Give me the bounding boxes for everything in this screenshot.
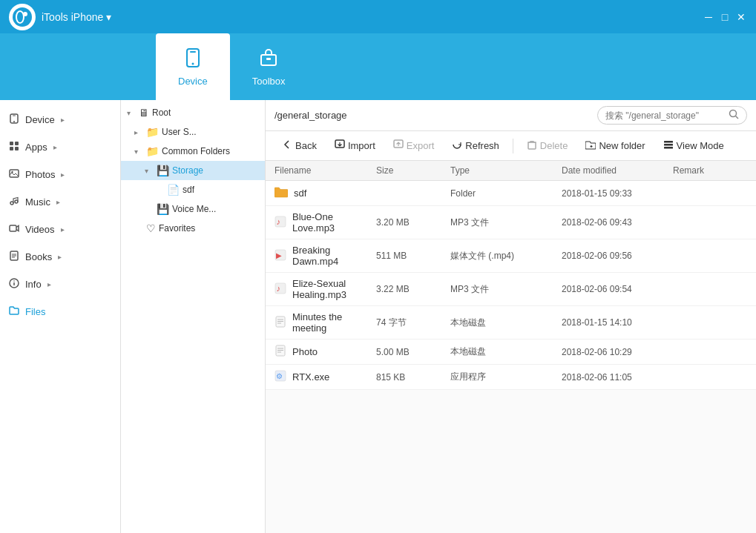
tab-device-label: Device (178, 76, 208, 87)
view-mode-button[interactable]: View Mode (656, 136, 732, 156)
svg-rect-11 (10, 142, 13, 145)
import-icon (335, 139, 345, 152)
sidebar-photos-arrow: ▸ (61, 171, 65, 179)
file-size: 74 字节 (376, 317, 450, 329)
export-button[interactable]: Export (386, 136, 442, 156)
file-type: 本地磁盘 (450, 317, 562, 329)
view-mode-icon (663, 139, 674, 152)
svg-rect-13 (10, 147, 13, 150)
new-folder-icon (585, 139, 596, 152)
table-row[interactable]: Minutes the meeting 74 字节 本地磁盘 2018-01-1… (266, 306, 756, 340)
tree-favorites-icon: ♡ (146, 222, 156, 234)
content-area: /general_storage Back Import (266, 100, 756, 533)
back-button[interactable]: Back (275, 136, 324, 156)
sidebar-item-videos[interactable]: Videos ▸ (0, 216, 120, 243)
file-name-text: Blue-One Love.mp3 (292, 211, 376, 234)
sidebar-videos-arrow: ▸ (61, 225, 65, 234)
device-icon (9, 113, 19, 126)
import-button[interactable]: Import (327, 136, 383, 156)
app-title: iTools iPhone ▾ (42, 11, 111, 23)
tree-item-users[interactable]: ▸ 📁 User S... (121, 122, 265, 142)
file-icon (275, 316, 286, 330)
sidebar-item-files[interactable]: Files (0, 298, 120, 325)
svg-rect-31 (528, 142, 536, 149)
file-type: MP3 文件 (450, 283, 562, 296)
file-size: 511 MB (376, 251, 450, 261)
delete-icon (527, 139, 537, 152)
file-date: 2018-01-15 14:10 (562, 317, 673, 328)
file-icon: ♪ (275, 216, 286, 230)
videos-icon (9, 223, 19, 236)
svg-rect-34 (664, 141, 673, 143)
music-icon (9, 196, 19, 208)
tree-root-arrow: ▾ (127, 109, 136, 117)
table-row[interactable]: sdf Folder 2018-01-15 09:33 (266, 181, 756, 206)
sidebar-item-apps[interactable]: Apps ▸ (0, 133, 120, 161)
tree-common-label: Common Folders (162, 146, 230, 156)
restore-btn[interactable]: □ (719, 11, 731, 23)
sidebar-info-arrow: ▸ (47, 280, 51, 288)
new-folder-button[interactable]: New folder (578, 136, 652, 156)
nav-tabs: Device Toolbox (0, 33, 756, 100)
sidebar-music-label: Music (25, 196, 50, 208)
sidebar-item-books[interactable]: Books ▸ (0, 243, 120, 271)
titlebar: iTools iPhone ▾ ─ □ ✕ (0, 0, 756, 33)
table-row[interactable]: ▶ Breaking Dawn.mp4 511 MB 媒体文件 (.mp4) 2… (266, 239, 756, 273)
tree-storage-arrow: ▾ (145, 167, 154, 175)
svg-text:⚙: ⚙ (276, 372, 283, 380)
sidebar: Device ▸ Apps ▸ Photos ▸ Music ▸ (0, 100, 121, 533)
svg-rect-7 (266, 58, 271, 60)
tree-storage-label: Storage (172, 165, 203, 176)
tab-toolbox[interactable]: Toolbox (230, 33, 308, 100)
svg-point-27 (730, 110, 737, 117)
file-date: 2018-02-06 09:54 (562, 284, 673, 294)
svg-line-28 (736, 116, 739, 119)
tree-item-sdf[interactable]: 📄 sdf (121, 180, 265, 199)
path-bar: /general_storage (266, 100, 756, 131)
tree-voiceme-icon: 💾 (157, 203, 169, 215)
file-size: 5.00 MB (376, 347, 450, 357)
info-icon (9, 278, 19, 291)
table-row[interactable]: ♪ Blue-One Love.mp3 3.20 MB MP3 文件 2018-… (266, 206, 756, 239)
svg-point-26 (13, 280, 15, 282)
sidebar-item-music[interactable]: Music ▸ (0, 188, 120, 216)
search-input[interactable] (605, 110, 724, 121)
tree-voiceme-label: Voice Me... (172, 204, 216, 214)
minimize-btn[interactable]: ─ (703, 11, 714, 23)
refresh-button[interactable]: Refresh (444, 136, 507, 156)
sidebar-item-device[interactable]: Device ▸ (0, 106, 120, 133)
tree-item-voiceme[interactable]: 💾 Voice Me... (121, 199, 265, 219)
tree-sdf-icon: 📄 (167, 184, 180, 196)
svg-text:♪: ♪ (277, 284, 281, 293)
header-date: Date modified (562, 165, 673, 176)
sidebar-device-label: Device (25, 114, 55, 125)
svg-point-17 (10, 202, 13, 205)
file-rows-container: sdf Folder 2018-01-15 09:33 ♪ Blue-One L… (266, 181, 756, 390)
delete-button[interactable]: Delete (519, 136, 576, 156)
sidebar-music-arrow: ▸ (56, 198, 60, 206)
apps-icon (9, 141, 19, 153)
app-logo (9, 4, 36, 30)
file-name-cell: ♪ Elize-Sexual Healing.mp3 (275, 278, 376, 300)
search-box[interactable] (597, 106, 747, 125)
sidebar-item-photos[interactable]: Photos ▸ (0, 161, 120, 188)
close-btn[interactable]: ✕ (735, 11, 747, 23)
file-name-text: Photo (292, 346, 318, 357)
file-size: 3.22 MB (376, 284, 450, 294)
sidebar-books-arrow: ▸ (58, 253, 62, 261)
tree-common-icon: 📁 (146, 145, 159, 157)
file-type: MP3 文件 (450, 216, 562, 229)
table-row[interactable]: ⚙ RTX.exe 815 KB 应用程序 2018-02-06 11:05 (266, 365, 756, 390)
tree-item-favorites[interactable]: ♡ Favorites (121, 219, 265, 238)
sidebar-item-info[interactable]: Info ▸ (0, 271, 120, 298)
file-name-cell: Minutes the meeting (275, 311, 376, 334)
table-row[interactable]: ♪ Elize-Sexual Healing.mp3 3.22 MB MP3 文… (266, 273, 756, 306)
file-size: 815 KB (376, 372, 450, 383)
tab-device[interactable]: Device (156, 33, 230, 100)
table-row[interactable]: Photo 5.00 MB 本地磁盘 2018-02-06 10:29 (266, 340, 756, 365)
tree-item-root[interactable]: ▾ 🖥 Root (121, 103, 265, 122)
tree-item-common[interactable]: ▾ 📁 Common Folders (121, 142, 265, 161)
svg-text:▶: ▶ (276, 251, 282, 259)
header-filename: Filename (275, 165, 376, 176)
tree-item-storage[interactable]: ▾ 💾 Storage (121, 161, 265, 180)
